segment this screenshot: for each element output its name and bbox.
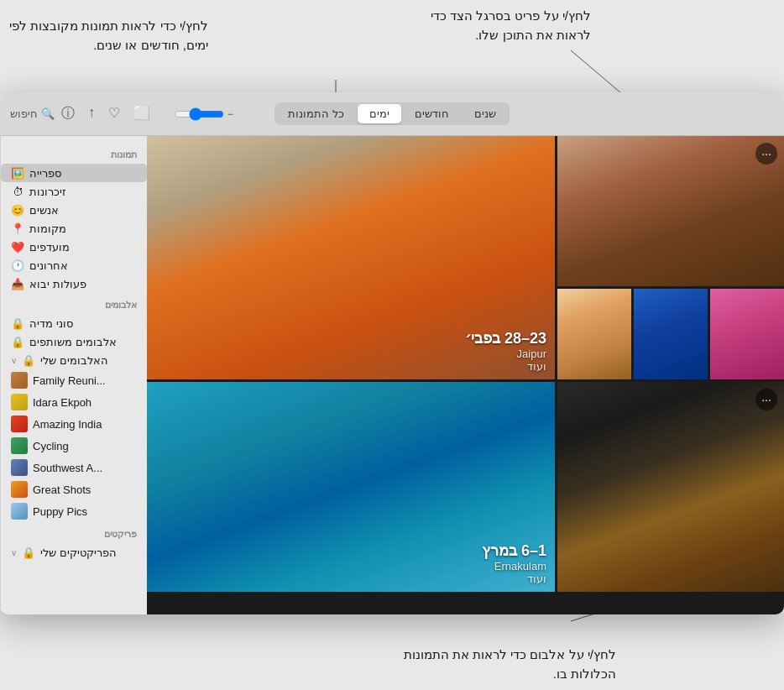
places-label: מקומות: [29, 222, 66, 235]
tab-months[interactable]: חודשים: [403, 104, 461, 123]
imports-icon: 📥: [11, 277, 24, 290]
ernakulam-left-tile[interactable]: ···: [557, 382, 784, 592]
southwest-thumb: [11, 459, 28, 476]
jaipur-date: 23–28 בפבי׳: [465, 329, 546, 348]
sony-media-label: סוני מדיה: [29, 317, 73, 330]
my-favorites-label: הפריקטיקים שלי: [40, 546, 117, 559]
window-body: ···: [0, 136, 784, 614]
jaipur-more-label: ועוד: [465, 360, 546, 373]
ernakulam-label: 1–6 במרץ Ernakulam ועוד: [482, 541, 546, 585]
ernakulam-group: ··· 1–6 במרץ Ernakulam ועוד: [147, 382, 784, 592]
jaipur-left-column: ···: [557, 136, 784, 379]
sidebar-item-sony-media[interactable]: סוני מדיה 🔒: [1, 314, 147, 332]
library-icon: 🖼️: [11, 166, 24, 180]
annotation-top-right: לחץ/י על פריט בסרגל הצד כדי לראות את התו…: [406, 7, 591, 44]
people-icon: 😊: [11, 203, 24, 217]
sidebar-item-recents[interactable]: אחרונים 🕐: [1, 256, 147, 274]
ernakulam-more-button[interactable]: ···: [755, 389, 777, 410]
family-reuni-thumb: [11, 372, 28, 389]
my-albums-icon: 🔒: [22, 353, 35, 367]
toolbar: 🔍 חיפוש ⬜ ♡ ↑ ⓘ שנים חודשים ימים כל התמו…: [0, 92, 784, 136]
jaipur-bottom-row: [557, 289, 784, 379]
sidebar-item-idara[interactable]: Idara Ekpoh: [1, 391, 147, 413]
heart-icon[interactable]: ♡: [108, 105, 120, 123]
sidebar-section-photos: תמונות: [1, 143, 147, 164]
great-shots-thumb: [11, 481, 28, 498]
sidebar-item-library[interactable]: ספרייה 🖼️: [1, 164, 147, 182]
jaipur-group: ···: [147, 136, 784, 379]
amazing-india-label: Amazing India: [33, 418, 102, 431]
jaipur-door-tile[interactable]: [634, 289, 708, 379]
sidebar-item-great-shots[interactable]: Great Shots: [1, 478, 147, 500]
jaipur-portrait-tile[interactable]: ···: [557, 136, 784, 286]
jaipur-location: Jaipur: [465, 348, 546, 360]
people-label: אנשים: [29, 204, 59, 217]
memories-icon: ⏱: [11, 185, 24, 198]
recents-label: אחרונים: [29, 259, 68, 272]
tab-days[interactable]: ימים: [358, 104, 401, 123]
search-icon: 🔍: [41, 107, 55, 120]
sidebar-item-my-albums[interactable]: האלבומים שלי 🔒 ∨: [1, 351, 147, 369]
main-window: 🔍 חיפוש ⬜ ♡ ↑ ⓘ שנים חודשים ימים כל התמו…: [0, 92, 784, 614]
jaipur-label: 23–28 בפבי׳ Jaipur ועוד: [465, 329, 546, 373]
sidebar-item-southwest[interactable]: ...Southwest A: [1, 457, 147, 478]
sidebar-item-memories[interactable]: זיכרונות ⏱: [1, 182, 147, 201]
places-icon: 📍: [11, 222, 24, 235]
shared-albums-icon: 🔒: [11, 335, 24, 348]
photo-area: ···: [147, 136, 784, 614]
sidebar-item-amazing-india[interactable]: Amazing India: [1, 413, 147, 435]
my-favorites-chevron: ∨: [11, 548, 17, 557]
annotation-top-left: לחץ/י כדי לראות תמונות מקובצות לפי ימים,…: [7, 17, 208, 55]
jaipur-pink-tile[interactable]: [710, 289, 784, 379]
cycling-label: Cycling: [33, 440, 69, 452]
idara-label: Idara Ekpoh: [33, 396, 91, 409]
family-reuni-label: ...Family Reuni: [33, 374, 106, 387]
great-shots-label: Great Shots: [33, 484, 91, 496]
jaipur-stripes-tile[interactable]: [557, 289, 631, 379]
ernakulam-location: Ernakulam: [482, 560, 546, 572]
sidebar-item-family-reuni[interactable]: ...Family Reuni: [1, 369, 147, 391]
tab-group: שנים חודשים ימים כל התמונות: [274, 102, 510, 125]
info-icon[interactable]: ⓘ: [61, 105, 75, 123]
shared-albums-label: אלבומים משותפים: [29, 336, 117, 348]
imports-label: פעולות יבוא: [29, 278, 86, 290]
library-label: ספרייה: [29, 167, 61, 180]
zoom-slider-area: −: [174, 107, 233, 121]
favorites-label: מועדפים: [29, 241, 70, 254]
southwest-label: ...Southwest A: [33, 462, 102, 474]
puppy-pics-thumb: [11, 503, 28, 520]
ernakulam-swimming-tile[interactable]: 1–6 במרץ Ernakulam ועוד: [147, 382, 555, 592]
sidebar-item-shared-albums[interactable]: אלבומים משותפים 🔒: [1, 332, 147, 351]
jaipur-dancer-tile[interactable]: 23–28 בפבי׳ Jaipur ועוד: [147, 136, 555, 379]
sidebar-section-albums: אלבומים: [1, 293, 147, 314]
search-area[interactable]: 🔍 חיפוש: [10, 107, 55, 120]
sidebar-item-places[interactable]: מקומות 📍: [1, 219, 147, 238]
annotation-bottom: לחץ/י על אלבום כדי לראות את התמונות הכלו…: [389, 646, 616, 683]
zoom-slider[interactable]: [174, 107, 224, 121]
toolbar-icons: ⬜ ♡ ↑ ⓘ: [61, 105, 150, 123]
sidebar-item-cycling[interactable]: Cycling: [1, 435, 147, 457]
minus-icon: −: [227, 108, 233, 120]
my-albums-chevron: ∨: [11, 356, 17, 365]
puppy-pics-label: Puppy Pics: [33, 505, 87, 518]
sidebar-item-my-favorites[interactable]: הפריקטיקים שלי 🔒 ∨: [1, 543, 147, 562]
ernakulam-date: 1–6 במרץ: [482, 541, 546, 560]
sidebar: תמונות ספרייה 🖼️ זיכרונות ⏱ אנשים 😊 מקומ…: [0, 136, 147, 614]
memories-label: זיכרונות: [29, 186, 66, 198]
share-icon[interactable]: ⬜: [133, 105, 150, 123]
sidebar-item-favorites[interactable]: מועדפים ❤️: [1, 238, 147, 256]
tab-all[interactable]: כל התמונות: [276, 104, 356, 123]
sidebar-item-people[interactable]: אנשים 😊: [1, 201, 147, 219]
ernakulam-more-label: ועוד: [482, 572, 546, 585]
my-favorites-icon: 🔒: [22, 546, 35, 559]
sidebar-item-puppy-pics[interactable]: Puppy Pics: [1, 500, 147, 522]
sidebar-item-imports[interactable]: פעולות יבוא 📥: [1, 274, 147, 293]
idara-thumb: [11, 394, 28, 410]
tab-years[interactable]: שנים: [463, 104, 508, 123]
favorites-icon: ❤️: [11, 240, 24, 254]
sidebar-section-favorites-title: פריקטים: [1, 522, 147, 543]
search-label: חיפוש: [10, 107, 38, 120]
upload-icon[interactable]: ↑: [88, 105, 95, 123]
amazing-india-thumb: [11, 416, 28, 432]
jaipur-more-button[interactable]: ···: [755, 143, 777, 165]
